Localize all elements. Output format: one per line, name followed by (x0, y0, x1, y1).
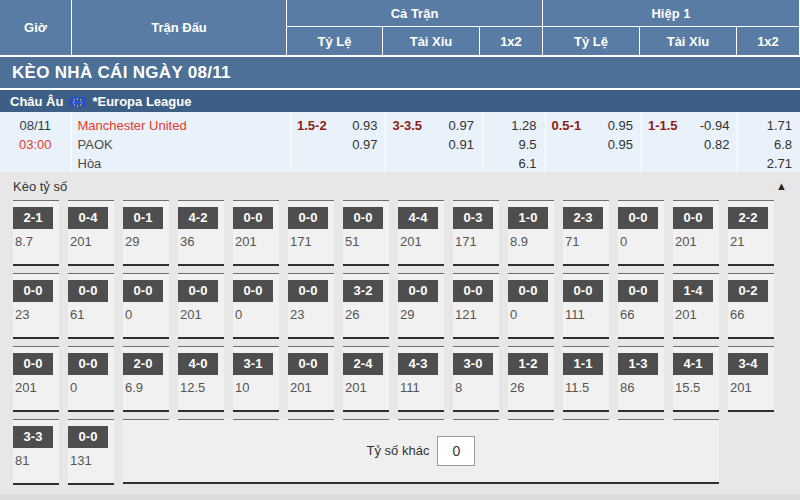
score-label: 2-4 (343, 353, 383, 375)
score-odds-cell[interactable]: 2-4201 (343, 346, 389, 412)
score-odds-cell[interactable]: 0-0131 (68, 419, 114, 485)
score-odds-value: 8.7 (13, 234, 59, 249)
score-odds-cell[interactable]: 0-0201 (288, 346, 334, 412)
score-odds-cell[interactable]: 0-00 (618, 200, 664, 266)
league-row: Châu Âu *Europa League (0, 90, 800, 112)
score-odds-cell[interactable]: 2-06.9 (123, 346, 169, 412)
score-odds-cell[interactable]: 4-012.5 (178, 346, 224, 412)
header-sub-half-handicap: Tỷ Lệ (543, 27, 639, 55)
score-odds-value: 36 (178, 234, 224, 249)
score-odds-cell[interactable]: 0-061 (68, 273, 114, 339)
score-label: 0-0 (123, 280, 163, 302)
score-odds-cell[interactable]: 2-18.7 (13, 200, 59, 266)
score-odds-cell[interactable]: 1-08.9 (508, 200, 554, 266)
score-odds-cell[interactable]: 1-111.5 (563, 346, 609, 412)
league-name[interactable]: *Europa League (92, 94, 191, 109)
score-odds-cell[interactable]: 0-00 (68, 346, 114, 412)
full-1x2-home[interactable]: 1.28 (511, 116, 536, 135)
score-odds-value: 0 (618, 234, 664, 249)
score-odds-cell[interactable]: 0-0201 (13, 346, 59, 412)
score-label: 0-0 (563, 280, 603, 302)
score-odds-value: 8 (453, 380, 499, 395)
other-score-label: Tỷ số khác (367, 443, 430, 458)
score-odds-cell[interactable]: 2-221 (728, 200, 774, 266)
score-odds-cell[interactable]: 0-066 (618, 273, 664, 339)
score-odds-cell[interactable]: 0-0201 (178, 273, 224, 339)
date-banner: KÈO NHÀ CÁI NGÀY 08/11 (0, 57, 800, 88)
score-odds-cell[interactable]: 4-3111 (398, 346, 444, 412)
half-handicap-odd-away[interactable]: 0.95 (608, 135, 633, 154)
full-1x2-away[interactable]: 9.5 (518, 135, 536, 154)
score-odds-cell[interactable]: 1-386 (618, 346, 664, 412)
score-odds-value: 201 (343, 380, 389, 395)
score-odds-cell[interactable]: 0-051 (343, 200, 389, 266)
home-team[interactable]: Manchester United (78, 116, 291, 135)
away-team[interactable]: PAOK (78, 135, 291, 154)
full-over-odd[interactable]: 0.97 (449, 116, 474, 135)
score-odds-cell[interactable]: 3-4201 (728, 346, 774, 412)
score-odds-value: 0 (233, 307, 279, 322)
half-over-odd[interactable]: -0.94 (700, 116, 730, 135)
score-label: 1-4 (673, 280, 713, 302)
score-odds-value: 0 (123, 307, 169, 322)
score-label: 1-1 (563, 353, 603, 375)
score-odds-cell[interactable]: 2-371 (563, 200, 609, 266)
score-odds-cell[interactable]: 3-226 (343, 273, 389, 339)
full-handicap-odd-away[interactable]: 0.97 (352, 135, 377, 154)
half-1x2-away[interactable]: 6.8 (774, 135, 792, 154)
score-odds-value: 201 (673, 307, 719, 322)
score-odds-cell[interactable]: 0-029 (398, 273, 444, 339)
score-odds-cell[interactable]: 3-110 (233, 346, 279, 412)
header-group-first-half: Hiệp 1 Tỷ Lệ Tài Xỉu 1x2 (543, 0, 799, 55)
score-odds-cell[interactable]: 0-0201 (673, 200, 719, 266)
score-label: 0-0 (343, 207, 383, 229)
half-handicap-odd-home[interactable]: 0.95 (608, 116, 633, 135)
score-odds-cell[interactable]: 4-236 (178, 200, 224, 266)
score-odds-cell[interactable]: 0-3171 (453, 200, 499, 266)
score-odds-cell[interactable]: 4-115.5 (673, 346, 719, 412)
score-odds-cell[interactable]: 0-023 (288, 273, 334, 339)
score-odds-cell[interactable]: 3-08 (453, 346, 499, 412)
score-odds-value: 26 (508, 380, 554, 395)
score-label: 0-0 (13, 353, 53, 375)
score-odds-cell[interactable]: 0-0171 (288, 200, 334, 266)
score-odds-cell[interactable]: 1-4201 (673, 273, 719, 339)
score-odds-value: 201 (68, 234, 114, 249)
other-score-input[interactable] (437, 436, 475, 466)
score-label: 0-0 (178, 280, 218, 302)
half-1x2-draw[interactable]: 2.71 (767, 154, 792, 173)
score-odds-value: 29 (398, 307, 444, 322)
full-1x2-draw[interactable]: 6.1 (518, 154, 536, 173)
score-odds-cell[interactable]: 0-266 (728, 273, 774, 339)
collapse-arrow-icon[interactable]: ▲ (776, 180, 787, 192)
score-odds-cell[interactable]: 0-00 (123, 273, 169, 339)
score-odds-value: 201 (233, 234, 279, 249)
half-1x2-home[interactable]: 1.71 (767, 116, 792, 135)
score-odds-value: 201 (398, 234, 444, 249)
score-odds-cell[interactable]: 0-023 (13, 273, 59, 339)
score-odds-cell[interactable]: 3-381 (13, 419, 59, 485)
header-sub-full-overunder: Tài Xỉu (383, 27, 479, 55)
score-odds-cell[interactable]: 0-00 (508, 273, 554, 339)
score-odds-cell[interactable]: 0-0121 (453, 273, 499, 339)
score-label: 4-0 (178, 353, 218, 375)
score-odds-value: 201 (13, 380, 59, 395)
bottom-bar (0, 494, 800, 500)
score-odds-cell[interactable]: 0-0111 (563, 273, 609, 339)
score-odds-cell[interactable]: 1-226 (508, 346, 554, 412)
full-handicap-cell: 1.5-2 0.93 0.97 (291, 112, 385, 172)
score-odds-cell[interactable]: 0-00 (233, 273, 279, 339)
correct-score-header: Kèo tỷ số ▲ (0, 172, 800, 200)
other-score-cell: Tỷ số khác (123, 419, 719, 484)
full-under-odd[interactable]: 0.91 (449, 135, 474, 154)
score-odds-cell[interactable]: 0-129 (123, 200, 169, 266)
score-odds-cell[interactable]: 0-4201 (68, 200, 114, 266)
score-odds-cell[interactable]: 4-4201 (398, 200, 444, 266)
header-group-full-match: Cả Trận Tỷ Lệ Tài Xỉu 1x2 (287, 0, 542, 55)
full-handicap-odd-home[interactable]: 0.93 (352, 116, 377, 135)
match-time-cell: 08/11 03:00 (0, 112, 71, 172)
half-under-odd[interactable]: 0.82 (704, 135, 729, 154)
score-odds-value: 23 (13, 307, 59, 322)
score-odds-cell[interactable]: 0-0201 (233, 200, 279, 266)
full-overunder-cell: 3-3.5 0.97 0.91 (386, 112, 481, 172)
